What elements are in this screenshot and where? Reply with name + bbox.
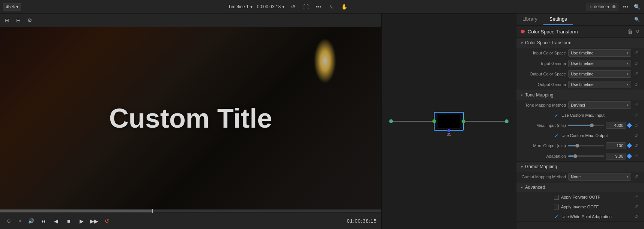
custom-max-output-checkbox[interactable]: ✓ xyxy=(554,133,559,138)
output-gamma-row: Output Gamma Use timeline ▾ ↺ xyxy=(516,79,644,90)
timeline-label: Timeline 1 ▾ xyxy=(228,4,253,9)
skip-back-button[interactable]: ⏮ xyxy=(38,216,48,226)
white-point-label: Use White Point Adaptation xyxy=(561,214,612,219)
settings-tab-icons: 🔍 xyxy=(630,14,644,25)
timeline-tab[interactable]: Timeline ▾ xyxy=(586,3,618,11)
section-cst-chevron-icon: ▾ xyxy=(521,41,523,45)
input-gamma-reset[interactable]: ↺ xyxy=(633,60,639,67)
max-input-keyframe-icon[interactable] xyxy=(627,123,632,128)
loop-button[interactable]: ↺ xyxy=(102,216,112,226)
apply-forward-checkbox[interactable] xyxy=(554,195,559,200)
gamut-method-reset[interactable]: ↺ xyxy=(633,173,639,180)
apply-inverse-reset[interactable]: ↺ xyxy=(633,203,639,210)
white-point-checkbox[interactable]: ✓ xyxy=(554,214,559,219)
output-gamma-select[interactable]: Use timeline ▾ xyxy=(568,81,631,88)
adaptation-keyframe-icon[interactable] xyxy=(627,154,632,159)
speed-icon[interactable]: ≈ xyxy=(16,217,24,225)
max-output-slider[interactable] xyxy=(568,145,604,146)
custom-max-input-reset[interactable]: ↺ xyxy=(633,112,639,119)
tab-library[interactable]: Library xyxy=(516,14,543,25)
tone-method-reset[interactable]: ↺ xyxy=(633,102,639,108)
delete-effect-button[interactable]: 🗑 xyxy=(627,29,633,35)
top-right-more-icon[interactable]: ••• xyxy=(621,3,630,11)
timeline-tab-chevron-icon: ▾ xyxy=(607,4,609,9)
timeline-name: Timeline 1 xyxy=(228,4,249,9)
input-gamma-select[interactable]: Use timeline ▾ xyxy=(568,60,631,67)
reset-effect-button[interactable]: ↺ xyxy=(636,29,639,34)
adaptation-slider[interactable] xyxy=(568,155,604,157)
apply-inverse-label: Apply Inverse OOTF xyxy=(561,205,599,209)
settings-panel: Library Settings 🔍 Color Space Transform… xyxy=(516,14,644,229)
max-input-value[interactable] xyxy=(606,122,626,129)
input-color-space-select[interactable]: Use timeline ▾ xyxy=(568,49,631,57)
stop-button[interactable]: ■ xyxy=(64,216,74,226)
section-cst-header[interactable]: ▾ Color Space Transform xyxy=(516,38,644,48)
node-bottom-port[interactable] xyxy=(447,129,450,132)
play-button[interactable]: ▶ xyxy=(77,216,86,226)
input-gamma-row: Input Gamma Use timeline ▾ ↺ xyxy=(516,58,644,69)
node-label: 01 xyxy=(447,133,451,137)
viewer-settings-icon[interactable]: ⚙ xyxy=(26,16,34,24)
max-output-keyframe-icon[interactable] xyxy=(627,143,632,148)
scrubber[interactable] xyxy=(0,209,381,212)
viewer-grid-icon[interactable]: ⊞ xyxy=(3,16,11,24)
max-output-reset[interactable]: ↺ xyxy=(633,142,639,149)
volume-icon[interactable]: 🔊 xyxy=(27,217,35,225)
timeline-dot-icon xyxy=(612,5,615,8)
output-gamma-reset[interactable]: ↺ xyxy=(633,81,639,88)
gamut-method-control: None ▾ ↺ xyxy=(568,173,639,181)
hand-tool-icon[interactable]: ✋ xyxy=(340,3,348,11)
effect-title: Color Space Transform xyxy=(528,29,624,35)
zoom-selector[interactable]: 45% ▾ xyxy=(3,3,21,11)
tone-method-control: DaVinci ▾ ↺ xyxy=(568,101,639,109)
output-color-space-select[interactable]: Use timeline ▾ xyxy=(568,70,631,78)
custom-max-output-label: Use Custom Max. Output xyxy=(561,133,608,138)
scrubber-handle[interactable] xyxy=(152,209,153,213)
zoom-chevron-icon: ▾ xyxy=(16,4,18,9)
custom-max-input-checkbox[interactable]: ✓ xyxy=(554,113,559,118)
node-box[interactable]: 01 xyxy=(434,112,464,131)
node-input-port[interactable] xyxy=(432,119,436,123)
prev-frame-button[interactable]: ◀ xyxy=(51,216,61,226)
max-output-value[interactable] xyxy=(606,142,626,149)
section-advanced-header[interactable]: ▾ Advanced xyxy=(516,182,644,192)
max-input-slider[interactable] xyxy=(568,125,604,126)
tone-method-select[interactable]: DaVinci ▾ xyxy=(568,101,631,109)
custom-max-output-reset[interactable]: ↺ xyxy=(633,132,639,139)
input-color-space-reset[interactable]: ↺ xyxy=(633,50,639,56)
apply-forward-label: Apply Forward OOTF xyxy=(561,195,600,199)
node-preview xyxy=(438,114,460,128)
apply-inverse-checkbox[interactable] xyxy=(554,205,559,209)
adaptation-value[interactable] xyxy=(606,153,626,160)
tab-settings[interactable]: Settings xyxy=(543,14,573,25)
node-canvas[interactable]: 01 xyxy=(382,14,516,229)
more-options-icon[interactable]: ••• xyxy=(314,3,323,11)
fullscreen-icon[interactable]: ⛶ xyxy=(302,3,310,11)
loop-a-icon[interactable]: ⊙ xyxy=(5,217,13,225)
tone-method-row: Tone Mapping Method DaVinci ▾ ↺ xyxy=(516,100,644,110)
cursor-tool-icon[interactable]: ↖ xyxy=(327,3,336,11)
section-gamut-mapping: ▾ Gamut Mapping Gamut Mapping Method Non… xyxy=(516,162,644,182)
node-output-port[interactable] xyxy=(462,119,465,123)
section-tone-header[interactable]: ▾ Tone Mapping xyxy=(516,90,644,100)
section-tone-mapping: ▾ Tone Mapping Tone Mapping Method DaVin… xyxy=(516,90,644,162)
max-input-reset[interactable]: ↺ xyxy=(633,122,639,129)
adaptation-reset[interactable]: ↺ xyxy=(633,153,639,160)
apply-inverse-row: Apply Inverse OOTF ↺ xyxy=(516,202,644,212)
settings-search-icon[interactable]: 🔍 xyxy=(633,15,641,24)
next-frame-button[interactable]: ▶▶ xyxy=(89,216,99,226)
section-gamut-header[interactable]: ▾ Gamut Mapping xyxy=(516,162,644,172)
effect-indicator xyxy=(521,30,525,33)
output-color-space-reset[interactable]: ↺ xyxy=(633,71,639,77)
refresh-icon[interactable]: ↺ xyxy=(289,3,297,11)
effect-header: Color Space Transform 🗑 ↺ xyxy=(516,26,644,38)
search-icon[interactable]: 🔍 xyxy=(633,3,641,11)
white-point-reset[interactable]: ↺ xyxy=(633,213,639,220)
viewer-content: Custom Title xyxy=(0,27,381,209)
viewer-toolbar: ⊞ ⊟ ⚙ xyxy=(0,14,381,27)
section-advanced: ▾ Advanced Apply Forward OOTF ↺ Apply In… xyxy=(516,182,644,222)
apply-forward-reset[interactable]: ↺ xyxy=(633,194,639,200)
viewer-layout-icon[interactable]: ⊟ xyxy=(14,16,23,24)
gamut-method-select[interactable]: None ▾ xyxy=(568,173,631,181)
top-bar-center: Timeline 1 ▾ 00:00:03:18 ▾ ↺ ⛶ ••• ↖ ✋ xyxy=(51,3,525,11)
